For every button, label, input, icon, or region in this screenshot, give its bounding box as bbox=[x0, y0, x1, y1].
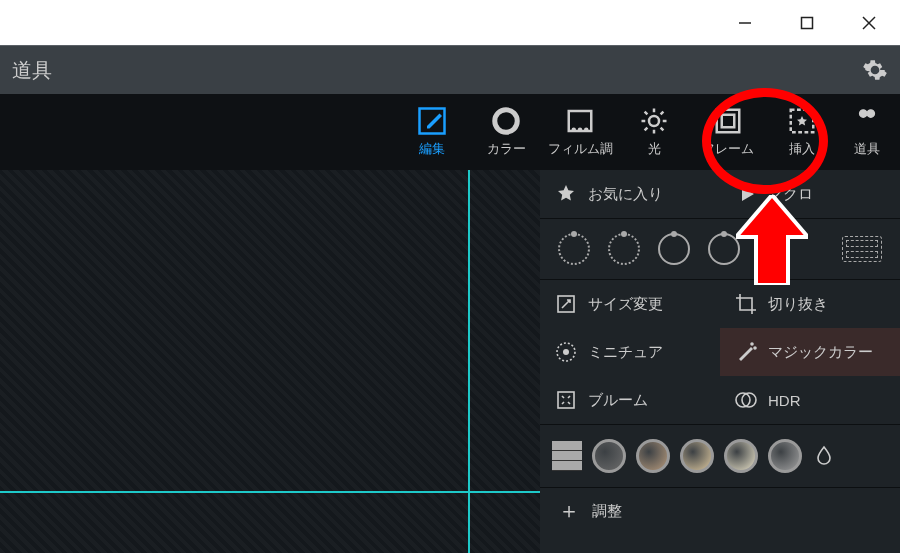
panel-crop-label: 切り抜き bbox=[768, 295, 828, 314]
window-titlebar bbox=[0, 0, 900, 46]
hdr-icon bbox=[734, 388, 758, 412]
bloom-icon bbox=[554, 388, 578, 412]
crop-icon bbox=[734, 292, 758, 316]
svg-point-22 bbox=[860, 110, 868, 118]
workspace: お気に入り マクロ サイズ変更 切り抜き bbox=[0, 170, 900, 553]
film-icon bbox=[565, 106, 595, 136]
rotate-knob-2[interactable] bbox=[608, 233, 640, 265]
tab-tools[interactable]: 道具 bbox=[840, 94, 894, 170]
canvas-area[interactable] bbox=[0, 170, 540, 553]
maximize-button[interactable] bbox=[776, 0, 838, 45]
color-icon bbox=[491, 106, 521, 136]
tabstrip: 編集 カラー フィルム調 光 フレーム 挿入 道具 bbox=[0, 94, 900, 170]
droplet-icon[interactable] bbox=[812, 444, 836, 468]
rotate-knob-1[interactable] bbox=[558, 233, 590, 265]
svg-point-7 bbox=[573, 129, 575, 131]
swatch-5[interactable] bbox=[768, 439, 802, 473]
tab-color[interactable]: カラー bbox=[470, 94, 542, 170]
panel-hdr-label: HDR bbox=[768, 392, 801, 409]
panel-magic-color[interactable]: マジックカラー bbox=[720, 328, 900, 376]
rotate-knob-3[interactable] bbox=[658, 233, 690, 265]
color-palette-row bbox=[540, 424, 900, 487]
swatch-1[interactable] bbox=[592, 439, 626, 473]
minimize-icon bbox=[738, 16, 752, 30]
tab-frame[interactable]: フレーム bbox=[692, 94, 764, 170]
svg-rect-19 bbox=[717, 110, 740, 133]
svg-line-17 bbox=[645, 128, 648, 131]
panel-resize[interactable]: サイズ変更 bbox=[540, 280, 720, 328]
panel-bloom[interactable]: ブルーム bbox=[540, 376, 720, 424]
panel-bloom-label: ブルーム bbox=[588, 391, 648, 410]
svg-point-28 bbox=[754, 347, 756, 349]
svg-rect-20 bbox=[722, 115, 735, 128]
menubar: 道具 bbox=[0, 46, 900, 94]
tab-insert-label: 挿入 bbox=[789, 140, 815, 158]
frame-icon bbox=[713, 106, 743, 136]
miniature-icon bbox=[554, 340, 578, 364]
tab-color-label: カラー bbox=[487, 140, 526, 158]
panel-hdr[interactable]: HDR bbox=[720, 376, 900, 424]
insert-icon bbox=[787, 106, 817, 136]
gear-icon bbox=[862, 57, 888, 83]
tab-tools-label: 道具 bbox=[854, 140, 880, 158]
palette-list-button[interactable] bbox=[552, 441, 582, 471]
svg-point-5 bbox=[495, 110, 518, 133]
tab-edit[interactable]: 編集 bbox=[396, 94, 468, 170]
edit-icon bbox=[417, 106, 447, 136]
svg-line-16 bbox=[661, 128, 664, 131]
play-icon bbox=[734, 182, 758, 206]
rotation-knob-row bbox=[540, 219, 900, 279]
plus-icon: ＋ bbox=[558, 500, 580, 522]
rotate-knob-4[interactable] bbox=[708, 233, 740, 265]
panel-favorites-label: お気に入り bbox=[588, 185, 663, 204]
panel-miniature[interactable]: ミニチュア bbox=[540, 328, 720, 376]
svg-line-15 bbox=[645, 112, 648, 115]
panel-macro[interactable]: マクロ bbox=[720, 170, 900, 218]
panel-crop[interactable]: 切り抜き bbox=[720, 280, 900, 328]
panel-magic-color-label: マジックカラー bbox=[768, 343, 873, 362]
panel-adjust-label: 調整 bbox=[592, 502, 622, 521]
panel-adjust[interactable]: ＋ 調整 bbox=[540, 487, 900, 534]
svg-point-8 bbox=[579, 129, 581, 131]
svg-point-10 bbox=[649, 116, 659, 126]
svg-rect-1 bbox=[802, 17, 813, 28]
tab-insert[interactable]: 挿入 bbox=[766, 94, 838, 170]
maximize-icon bbox=[800, 16, 814, 30]
tab-light-label: 光 bbox=[648, 140, 661, 158]
compare-button[interactable] bbox=[842, 236, 882, 262]
svg-point-27 bbox=[751, 343, 753, 345]
light-icon bbox=[639, 106, 669, 136]
svg-rect-29 bbox=[558, 392, 574, 408]
side-panel: お気に入り マクロ サイズ変更 切り抜き bbox=[540, 170, 900, 553]
tab-frame-label: フレーム bbox=[702, 140, 754, 158]
crosshair-vertical bbox=[468, 170, 470, 553]
tab-edit-label: 編集 bbox=[419, 140, 445, 158]
panel-macro-label: マクロ bbox=[768, 185, 813, 204]
menubar-title: 道具 bbox=[12, 57, 52, 84]
svg-line-18 bbox=[661, 112, 664, 115]
panel-favorites[interactable]: お気に入り bbox=[540, 170, 720, 218]
panel-resize-label: サイズ変更 bbox=[588, 295, 663, 314]
tab-film-label: フィルム調 bbox=[548, 140, 613, 158]
settings-button[interactable] bbox=[862, 57, 888, 83]
wand-icon bbox=[734, 340, 758, 364]
tab-film[interactable]: フィルム調 bbox=[544, 94, 616, 170]
panel-miniature-label: ミニチュア bbox=[588, 343, 663, 362]
close-button[interactable] bbox=[838, 0, 900, 45]
crosshair-horizontal bbox=[0, 491, 540, 493]
minimize-button[interactable] bbox=[714, 0, 776, 45]
tab-light[interactable]: 光 bbox=[618, 94, 690, 170]
svg-point-23 bbox=[867, 110, 875, 118]
star-icon bbox=[554, 182, 578, 206]
swatch-2[interactable] bbox=[636, 439, 670, 473]
resize-icon bbox=[554, 292, 578, 316]
close-icon bbox=[862, 16, 876, 30]
tools-icon bbox=[852, 106, 882, 136]
svg-point-26 bbox=[563, 349, 569, 355]
swatch-3[interactable] bbox=[680, 439, 714, 473]
swatch-4[interactable] bbox=[724, 439, 758, 473]
svg-point-9 bbox=[585, 129, 587, 131]
